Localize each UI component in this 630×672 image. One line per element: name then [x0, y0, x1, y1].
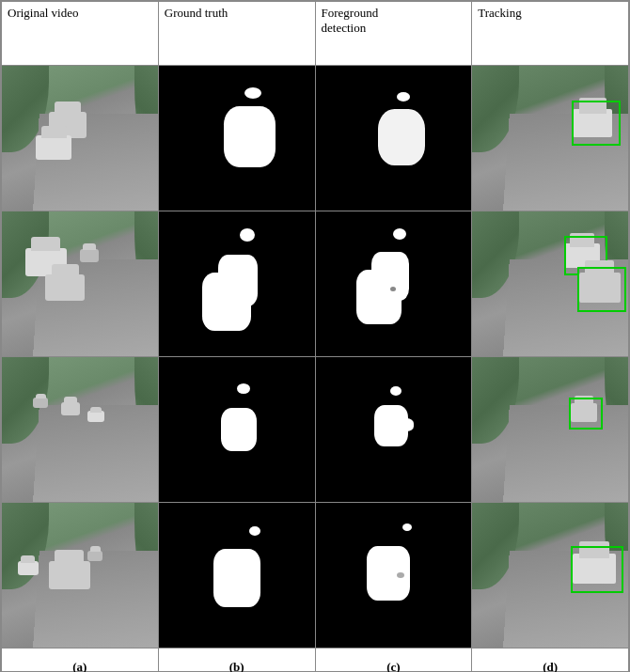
tracking-scene-r2	[472, 211, 628, 356]
caption-c-label: (c)	[386, 660, 400, 673]
detection-r1-fg	[316, 66, 472, 211]
tracking-scene-r4	[472, 503, 628, 648]
caption-d: (d)	[472, 649, 629, 673]
highway-scene-r4	[2, 503, 158, 648]
header-tracking: Tracking	[472, 2, 629, 66]
detection-r2-fg	[316, 211, 472, 356]
tracking-row4	[472, 503, 629, 649]
detection-r2-gt	[159, 211, 315, 356]
header-foreground-label: Foregrounddetection	[322, 6, 379, 35]
tracking-row2	[472, 211, 629, 357]
caption-b-label: (b)	[229, 660, 244, 673]
caption-a: (a)	[2, 649, 159, 673]
header-foreground: Foregrounddetection	[315, 2, 472, 66]
tracking-scene-r1	[472, 66, 628, 211]
caption-a-label: (a)	[72, 660, 87, 673]
foreground-row4	[315, 503, 472, 649]
header-tracking-label: Tracking	[478, 6, 521, 20]
foreground-row2	[315, 211, 472, 357]
ground-truth-row4	[158, 503, 315, 649]
ground-truth-row3	[158, 357, 315, 503]
header-original: Original video	[2, 2, 159, 66]
tracking-scene-r3	[472, 357, 628, 502]
highway-scene-r1	[2, 66, 158, 211]
ground-truth-row1	[158, 66, 315, 211]
original-row4	[2, 503, 159, 649]
original-row3	[2, 357, 159, 503]
header-ground-truth-label: Ground truth	[165, 6, 228, 20]
detection-r4-fg	[316, 503, 472, 648]
ground-truth-row2	[158, 211, 315, 357]
detection-r1-gt	[159, 66, 315, 211]
caption-c: (c)	[315, 649, 472, 673]
caption-b: (b)	[158, 649, 315, 673]
original-row1	[2, 66, 159, 211]
original-row2	[2, 211, 159, 357]
main-container: Original video Ground truth Foregroundde…	[0, 0, 630, 672]
detection-r3-fg	[316, 357, 472, 502]
highway-scene-r3	[2, 357, 158, 502]
highway-scene-r2	[2, 211, 158, 356]
tracking-row3	[472, 357, 629, 503]
detection-r3-gt	[159, 357, 315, 502]
detection-r4-gt	[159, 503, 315, 648]
header-ground-truth: Ground truth	[158, 2, 315, 66]
tracking-row1	[472, 66, 629, 211]
foreground-row3	[315, 357, 472, 503]
foreground-row1	[315, 66, 472, 211]
header-original-label: Original video	[8, 6, 78, 20]
caption-d-label: (d)	[543, 660, 558, 673]
